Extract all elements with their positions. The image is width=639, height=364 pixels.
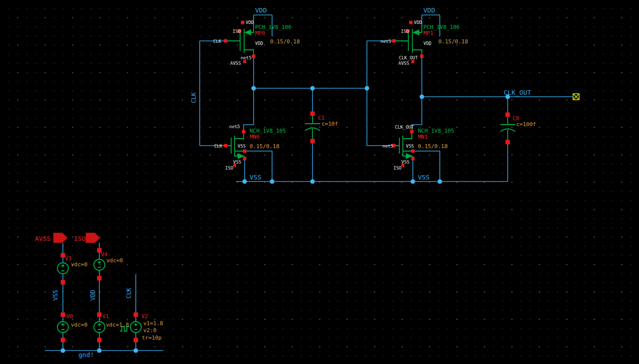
mp1-size: 0.15/0.18 [438, 38, 468, 45]
mp0-avss-net: AVSS [230, 61, 241, 66]
net-label-gnd: gnd! [78, 351, 94, 359]
pin[interactable] [243, 157, 247, 161]
output-pin-clk-out[interactable] [573, 94, 579, 100]
mp1-gate-net: net5 [380, 39, 391, 44]
mn1-bulk-net: VSS [406, 144, 414, 149]
mp0-gate-net: CLK [213, 39, 222, 44]
junction-dot [365, 86, 369, 91]
mn1-gate-net: net5 [382, 144, 393, 149]
mn0-bulk-net: VSS [238, 144, 246, 149]
schematic-svg[interactable]: VDDVDDCLK_OUTVSSVSSgnd!CLKVSSVDDCLKAVSSI… [0, 0, 639, 364]
mn1-iso-net: ISO [393, 166, 401, 171]
pin[interactable] [243, 150, 247, 153]
pin[interactable] [252, 55, 256, 58]
port-avss-shape[interactable] [53, 233, 67, 243]
v1-value: vdc=1.8 [106, 322, 129, 328]
net-label-vdd-src: VDD [89, 290, 96, 301]
mn0-name: MN0 [250, 134, 260, 140]
mn0-iso-net: ISO [225, 166, 233, 171]
mp1-iso-net: ISO [401, 29, 409, 34]
net-label-vss-src: VSS [52, 290, 59, 301]
v3-value: vdc=0 [71, 261, 87, 268]
mp0-source-net: VDD [255, 41, 263, 46]
wire-net5-to-mn0[interactable] [244, 88, 254, 130]
port-label-iso: ISO [74, 235, 86, 242]
junction-dot [270, 180, 275, 184]
ports [53, 94, 579, 243]
pin[interactable] [241, 21, 245, 24]
junction-dot [311, 86, 315, 91]
mp0-drain-net: net5 [241, 55, 252, 60]
v2-value-v1: v1=1.8 [143, 320, 163, 327]
vsource-v3-symbol[interactable] [57, 263, 68, 274]
mp0-bulk-net: VDD [246, 20, 254, 25]
mn0-drain-net: net5 [229, 124, 240, 129]
pin[interactable] [97, 276, 102, 281]
junction-dot [311, 180, 315, 184]
pin[interactable] [311, 139, 315, 144]
pin[interactable] [409, 21, 413, 24]
v0-name: V0 [66, 313, 73, 320]
net-label-vdd-right: VDD [423, 6, 435, 14]
mp1-bulk-net: VDD [414, 20, 422, 25]
vsource-v1-symbol[interactable] [94, 322, 105, 333]
pin[interactable] [242, 130, 246, 134]
pin[interactable] [61, 313, 65, 317]
net-label-vss-right: VSS [418, 174, 429, 181]
pin[interactable] [411, 157, 415, 161]
junction-dot [438, 180, 442, 184]
v1-name: V1 [102, 313, 109, 320]
wire-net5-feed[interactable] [367, 41, 392, 146]
mp0-iso-net: ISO [233, 29, 241, 34]
pin[interactable] [224, 144, 228, 148]
mp1-name: MP1 [423, 30, 433, 36]
junction-dot [411, 180, 415, 184]
junction-dot [134, 349, 138, 353]
pmos-arrow-icon [412, 29, 419, 35]
v4-value: vdc=0 [106, 257, 123, 264]
labels: VDDVDDCLK_OUTVSSVSSgnd!CLKVSSVDDCLKAVSSI… [35, 6, 536, 359]
pin[interactable] [420, 55, 424, 58]
pmos-arrow-icon [244, 29, 251, 35]
pin[interactable] [97, 313, 102, 317]
mn1-name: MN1 [418, 134, 428, 140]
v2-name: V2 [141, 313, 148, 320]
junction-dot [243, 180, 247, 184]
pin[interactable] [224, 39, 228, 43]
pin[interactable] [506, 113, 510, 117]
pin[interactable] [410, 130, 414, 134]
v2-value-tr: tr=10p [142, 335, 162, 341]
junction-dot [97, 349, 102, 353]
pin[interactable] [411, 150, 415, 153]
pin[interactable] [134, 313, 138, 317]
pin[interactable] [97, 338, 102, 343]
vsource-v4-symbol[interactable] [94, 259, 105, 270]
vsource-v0-symbol[interactable] [57, 322, 68, 333]
mn0-gate-net: CLK [214, 144, 223, 149]
net-label-vss-left: VSS [250, 174, 261, 181]
c1-value: c=10f [321, 121, 338, 127]
mn0-source-net: VSS [233, 160, 241, 165]
pin[interactable] [243, 60, 246, 63]
pin[interactable] [411, 60, 414, 63]
pin[interactable] [134, 338, 138, 343]
mn0-size: 0.15/0.18 [250, 143, 280, 150]
pin[interactable] [61, 280, 65, 285]
mn1-drain-net: CLK_OUT [395, 125, 414, 130]
wire-clk-input[interactable] [200, 41, 224, 146]
port-iso-shape[interactable] [86, 233, 100, 243]
port-label-avss: AVSS [35, 235, 50, 242]
c0-value: c=100f [516, 121, 536, 128]
mp0-size: 0.15/0.18 [270, 38, 300, 45]
schematic-canvas[interactable]: VDDVDDCLK_OUTVSSVSSgnd!CLKVSSVDDCLKAVSSI… [0, 0, 639, 364]
mp1-source-net: VDD [423, 41, 431, 46]
net-label-vdd-left: VDD [255, 6, 267, 14]
mp1-avss-net: AVSS [398, 61, 409, 66]
pin[interactable] [506, 140, 510, 145]
net-label-clk-src: CLK [125, 287, 132, 298]
junction-dot [252, 86, 256, 91]
pin[interactable] [61, 338, 65, 343]
v2-value-v2: v2:0 [143, 327, 157, 334]
pin[interactable] [392, 39, 396, 43]
pin[interactable] [311, 112, 315, 116]
